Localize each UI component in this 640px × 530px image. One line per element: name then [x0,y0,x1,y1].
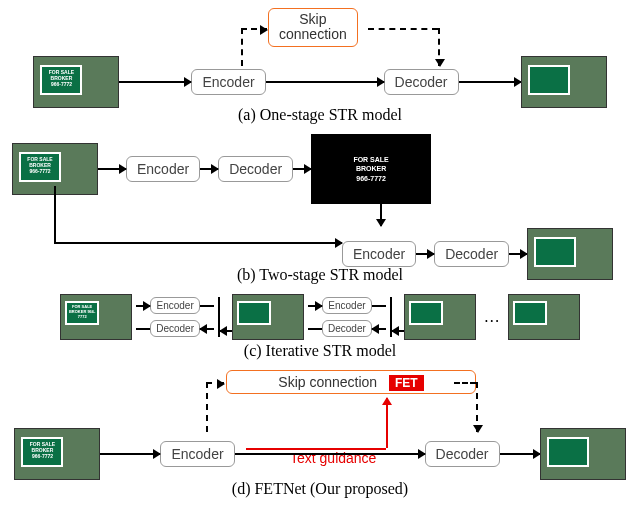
skip-label-d: Skip connection [278,374,377,390]
section-c: FOR SALE BROKER 966-7772 Encoder Decoder… [6,294,634,360]
arrow-mid-a [266,81,384,83]
mid-image-c2 [404,294,476,340]
caption-a: (a) One-stage STR model [6,106,634,124]
input-image-d: FOR SALE BROKER 966-7772 [14,428,100,480]
decoder-c2: Decoder [322,320,372,337]
skip-label: Skip connection [279,12,347,43]
dashed-down-d [476,382,478,432]
sign-blank-c3 [513,301,547,325]
arrow-b2 [200,168,218,170]
decoder-d: Decoder [425,441,500,467]
decoder-b1: Decoder [218,156,293,182]
skip-connection-box-d: Skip connection FET [226,370,476,394]
arr-c1 [136,305,150,307]
encoder-b2: Encoder [342,241,416,267]
line-c4 [308,328,322,330]
dashed-up-d [206,382,208,432]
sign-blank-c1 [237,301,271,325]
encoder-b1: Encoder [126,156,200,182]
section-b: FOR SALE BROKER 966-7772 Encoder Decoder… [6,134,634,284]
sign-blank-d [547,437,589,467]
output-image-d [540,428,626,480]
output-image-c [508,294,580,340]
output-image-a [521,56,607,108]
section-a: Skip connection FOR SALE BROKER 966-7772… [6,8,634,124]
arr-c2 [200,328,214,330]
dashed-out-d [454,382,476,384]
sign-text-b: FOR SALE BROKER 966-7772 [19,152,61,182]
line-down-b [54,186,56,244]
sign-text-c: FOR SALE BROKER 966-7772 [65,301,99,325]
decoder-a: Decoder [384,69,459,95]
dashed-out-skip-a [368,28,438,30]
input-image-c: FOR SALE BROKER 966-7772 [60,294,132,340]
mask-text-b: FOR SALE BROKER 966-7772 [353,155,388,182]
section-d: Skip connection FET Text guidance FOR SA… [6,370,634,498]
arrow-b5 [509,253,527,255]
arr-c4 [372,328,386,330]
fet-box: FET [389,375,424,391]
dashed-in-d [206,382,224,384]
arrow-in-a [119,81,191,83]
encoder-d: Encoder [160,441,234,467]
encoder-c2: Encoder [322,297,371,314]
arrow-mid-d [235,453,425,455]
ellipsis-c: … [476,308,508,326]
caption-d: (d) FETNet (Our proposed) [6,480,634,498]
arrow-out-d [500,453,540,455]
line-c1 [200,305,214,307]
arr-c3 [308,305,322,307]
arrow-out-a [459,81,521,83]
skip-connection-box: Skip connection [268,8,358,47]
decoder-b2: Decoder [434,241,509,267]
encoder-c1: Encoder [150,297,199,314]
arrow-long-b [54,242,342,244]
mid-image-c1 [232,294,304,340]
arrow-down-b [380,204,382,226]
sign-text-a: FOR SALE BROKER 966-7772 [40,65,82,95]
encoder-a: Encoder [191,69,265,95]
arrow-in-d [100,453,160,455]
text-mask-b: FOR SALE BROKER 966-7772 [311,134,431,204]
sign-blank-b [534,237,576,267]
sign-text-d: FOR SALE BROKER 966-7772 [21,437,63,467]
line-c3 [372,305,386,307]
arrow-b4 [416,253,434,255]
arrow-b1 [98,168,126,170]
output-image-b [527,228,613,280]
decoder-c1: Decoder [150,320,200,337]
sign-blank-a [528,65,570,95]
dashed-to-skip-a [241,28,267,30]
line-c2 [136,328,150,330]
sign-blank-c2 [409,301,443,325]
arrow-b3 [293,168,311,170]
caption-c: (c) Iterative STR model [6,342,634,360]
input-image-a: FOR SALE BROKER 966-7772 [33,56,119,108]
